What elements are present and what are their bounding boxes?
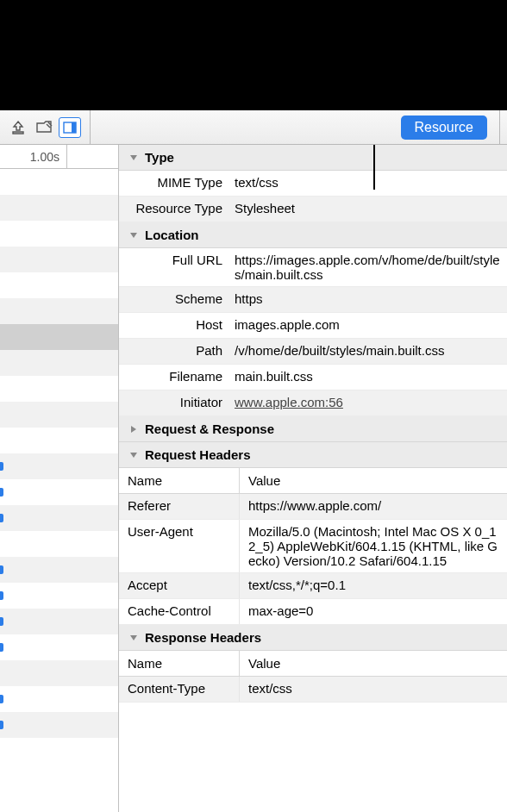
kv-row: MIME Type text/css — [119, 171, 507, 197]
section-title: Response Headers — [145, 630, 261, 645]
timeline-row[interactable] — [0, 376, 118, 402]
initiator-link[interactable]: www.apple.com:56 — [235, 395, 343, 409]
timeline-bar — [0, 488, 3, 497]
kv-key-host: Host — [119, 317, 231, 332]
compose-icon[interactable] — [33, 117, 55, 138]
timeline-row[interactable] — [0, 660, 118, 686]
timeline-row[interactable] — [0, 479, 118, 505]
kv-row: Filename main.built.css — [119, 365, 507, 390]
section-title: Type — [145, 150, 174, 165]
top-black-bar — [0, 0, 507, 110]
resource-tab[interactable]: Resource — [401, 116, 487, 140]
timeline-bar — [0, 565, 3, 574]
timeline-row[interactable] — [0, 195, 118, 221]
timeline-bar — [0, 695, 3, 703]
time-label: 1.00s — [0, 145, 67, 168]
section-location[interactable]: Location — [119, 222, 507, 248]
kv-val-initiator: www.apple.com:56 — [231, 395, 507, 409]
timeline-row[interactable] — [0, 557, 118, 583]
timeline-row[interactable] — [0, 686, 118, 712]
timeline-bar — [0, 721, 3, 729]
kv-key-full-url: Full URL — [119, 253, 231, 267]
table-row: Cache-Control max-age=0 — [119, 599, 507, 625]
col-header-value[interactable]: Value — [240, 656, 507, 671]
timeline-row[interactable] — [0, 298, 118, 324]
section-request-response[interactable]: Request & Response — [119, 416, 507, 442]
kv-key-filename: Filename — [119, 369, 231, 384]
header-name: Content-Type — [119, 677, 240, 702]
timeline-row[interactable] — [0, 453, 118, 479]
section-response-headers[interactable]: Response Headers — [119, 625, 507, 651]
timeline-row[interactable] — [0, 634, 118, 660]
timeline-row[interactable] — [0, 169, 118, 195]
kv-val-full-url: https://images.apple.com/v/home/de/built… — [231, 253, 507, 282]
timeline-row[interactable] — [0, 221, 118, 247]
timeline-row[interactable] — [0, 505, 118, 531]
timeline-row[interactable] — [0, 272, 118, 298]
table-row: Referer https://www.apple.com/ — [119, 494, 507, 520]
kv-row: Scheme https — [119, 287, 507, 313]
col-header-name[interactable]: Name — [119, 651, 240, 676]
kv-val-host: images.apple.com — [231, 317, 507, 332]
header-name: Referer — [119, 494, 240, 519]
header-name: Accept — [119, 573, 240, 598]
disclosure-down-icon — [128, 449, 140, 461]
header-value: max-age=0 — [240, 599, 507, 624]
timeline-bar — [0, 617, 3, 626]
section-request-headers[interactable]: Request Headers — [119, 442, 507, 468]
timeline-row[interactable] — [0, 350, 118, 376]
timeline-row[interactable] — [0, 402, 118, 428]
panel-toggle-icon[interactable] — [59, 117, 81, 138]
timeline-body[interactable] — [0, 169, 118, 812]
section-title: Location — [145, 228, 199, 242]
svg-rect-1 — [72, 122, 76, 133]
timeline-bar — [0, 591, 3, 600]
kv-key-resource-type: Resource Type — [119, 201, 231, 215]
timeline-row[interactable] — [0, 324, 118, 350]
timeline-bar — [0, 643, 3, 652]
kv-row: Path /v/home/de/built/styles/main.built.… — [119, 339, 507, 365]
table-row: User-Agent Mozilla/5.0 (Macintosh; Intel… — [119, 520, 507, 573]
kv-val-resource-type: Stylesheet — [231, 201, 507, 215]
kv-row: Resource Type Stylesheet — [119, 197, 507, 222]
export-icon[interactable] — [7, 117, 29, 138]
disclosure-down-icon — [128, 229, 140, 241]
timeline-row[interactable] — [0, 428, 118, 453]
timeline-row[interactable] — [0, 531, 118, 557]
header-value: Mozilla/5.0 (Macintosh; Intel Mac OS X 0… — [240, 520, 507, 572]
table-row: Content-Type text/css — [119, 677, 507, 703]
kv-key-scheme: Scheme — [119, 291, 231, 306]
section-type[interactable]: Type — [119, 145, 507, 171]
timeline-row[interactable] — [0, 247, 118, 272]
disclosure-down-icon — [128, 152, 140, 164]
section-title: Request Headers — [145, 447, 251, 462]
header-value: https://www.apple.com/ — [240, 494, 507, 519]
kv-row: Initiator www.apple.com:56 — [119, 390, 507, 416]
header-value: text/css,*/*;q=0.1 — [240, 573, 507, 598]
kv-row: Full URL https://images.apple.com/v/home… — [119, 248, 507, 287]
details-panel: Type MIME Type text/css Resource Type St… — [119, 145, 507, 812]
table-header: Name Value — [119, 651, 507, 677]
timeline-panel: 1.00s — [0, 145, 119, 812]
disclosure-right-icon — [128, 423, 140, 435]
kv-val-filename: main.built.css — [231, 369, 507, 384]
kv-key-path: Path — [119, 343, 231, 358]
timeline-row[interactable] — [0, 738, 118, 764]
timeline-header: 1.00s — [0, 145, 118, 169]
table-header: Name Value — [119, 468, 507, 494]
section-title: Request & Response — [145, 422, 274, 436]
cursor-indicator — [373, 145, 375, 190]
kv-val-path: /v/home/de/built/styles/main.built.css — [231, 343, 507, 358]
timeline-bar — [0, 514, 3, 522]
header-name: Cache-Control — [119, 599, 240, 624]
timeline-bar — [0, 462, 3, 471]
timeline-row[interactable] — [0, 712, 118, 738]
timeline-row[interactable] — [0, 583, 118, 609]
col-header-name[interactable]: Name — [119, 468, 240, 493]
col-header-value[interactable]: Value — [240, 473, 507, 488]
toolbar-divider — [90, 110, 91, 144]
kv-row: Host images.apple.com — [119, 313, 507, 339]
table-row: Accept text/css,*/*;q=0.1 — [119, 573, 507, 599]
kv-key-initiator: Initiator — [119, 395, 231, 409]
timeline-row[interactable] — [0, 609, 118, 634]
